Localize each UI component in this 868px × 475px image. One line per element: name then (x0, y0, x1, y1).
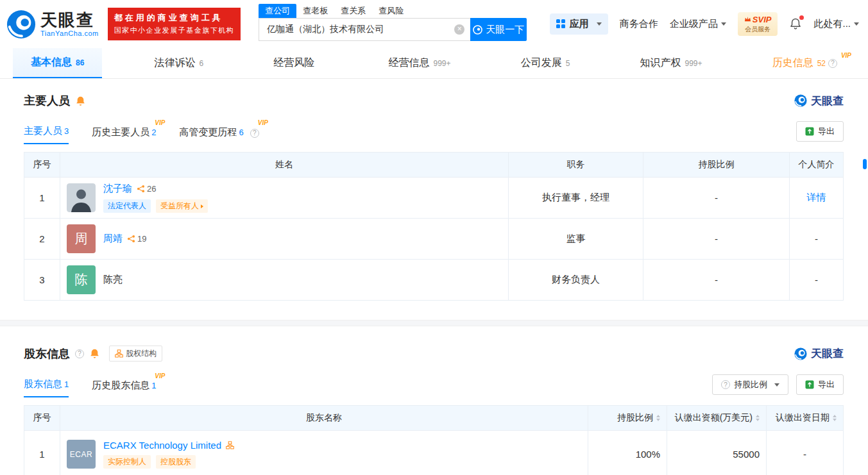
vip-badge: VIP (155, 119, 165, 126)
business-cooperation-link[interactable]: 商务合作 (620, 18, 658, 30)
position-value: 财务负责人 (508, 260, 643, 300)
enterprise-products-menu[interactable]: 企业级产品 (670, 18, 726, 30)
tab-legal-proceedings[interactable]: 法律诉讼6 (137, 48, 222, 78)
tianyancha-eye-icon (6, 10, 36, 39)
chevron-down-icon (774, 383, 779, 387)
date-value: - (766, 431, 843, 475)
tab-basic-info[interactable]: 基本信息86 (13, 48, 102, 78)
notification-bell[interactable] (789, 17, 802, 30)
col-shareholder-name: 股东名称 (60, 406, 588, 430)
tab-company-development[interactable]: 公司发展5 (503, 48, 588, 78)
org-chart-icon[interactable] (226, 441, 234, 449)
relation-count[interactable]: 19 (127, 234, 146, 244)
sort-icon[interactable] (656, 415, 660, 421)
subtab-key-personnel[interactable]: 主要人员3 (24, 125, 69, 144)
person-photo[interactable] (67, 183, 96, 212)
brand-name: 天眼查 (40, 11, 99, 29)
tab-intellectual-property[interactable]: 知识产权999+ (622, 48, 720, 78)
equity-structure-button[interactable]: 股权结构 (109, 346, 162, 362)
company-avatar[interactable]: ECAR (67, 440, 96, 469)
person-name-link[interactable]: 周靖 (103, 233, 123, 245)
subtab-shareholders[interactable]: 股东信息1 (24, 378, 69, 397)
tab-operating-risk[interactable]: 经营风险 (255, 48, 336, 78)
top-header: 天眼查 TianYanCha.com 都在用的商业查询工具 国家中小企业发展子基… (0, 0, 868, 48)
header-nav: 应用 商务合作 企业级产品 SVIP 会员服务 (550, 12, 859, 37)
col-profile: 个人简介 (789, 153, 843, 177)
apps-grid-icon (556, 19, 565, 28)
search-tabs: 查公司 查老板 查关系 查风险 (259, 3, 527, 18)
tianyancha-watermark: 天眼查 (794, 346, 844, 361)
subtab-history-shareholders[interactable]: VIP 历史股东信息1 (92, 379, 156, 397)
org-chart-icon (115, 349, 123, 358)
tab-operating-info[interactable]: 经营信息999+ (370, 48, 468, 78)
person-name-link[interactable]: 沈子瑜 (103, 183, 132, 195)
profile-detail-link[interactable]: 详情 (807, 192, 826, 204)
notification-dot (799, 15, 804, 20)
shareholder-name-link[interactable]: ECARX Technology Limited (103, 440, 221, 451)
promo-line2: 国家中小企业发展子基金旗下机构 (114, 25, 235, 37)
legal-rep-tag[interactable]: 法定代表人 (103, 199, 151, 213)
tab-history-info[interactable]: VIP 历史信息52 (754, 48, 855, 78)
position-value: 监事 (508, 219, 643, 259)
table-header-row: 序号 股东名称 持股比例 认缴出资额(万美元) 认缴出资日期 (24, 406, 843, 430)
ratio-value: 100% (588, 431, 667, 475)
col-name: 姓名 (60, 153, 508, 177)
export-button[interactable]: 导出 (796, 374, 844, 395)
search-tab-relation[interactable]: 查关系 (334, 4, 372, 18)
row-no: 3 (24, 260, 60, 300)
profile-value: - (789, 219, 843, 259)
table-row: 1 沈子瑜 26 (24, 177, 843, 218)
row-no: 2 (24, 219, 60, 259)
company-search-input[interactable] (259, 24, 470, 35)
help-icon[interactable] (828, 59, 837, 68)
network-icon (127, 235, 135, 243)
network-icon (137, 185, 145, 193)
tianyancha-logo[interactable]: 天眼查 TianYanCha.com (6, 10, 99, 39)
more-menu[interactable]: 此处有... (813, 18, 859, 30)
key-personnel-subtabs: 主要人员3 VIP 历史主要人员2 VIP 高管变更历程6 导出 (24, 121, 844, 144)
export-icon (805, 380, 814, 389)
sort-icon[interactable] (756, 415, 760, 421)
ratio-filter-dropdown[interactable]: 持股比例 (712, 374, 788, 395)
avatar[interactable]: 周 (67, 224, 96, 253)
key-personnel-section: 主要人员 天眼查 主要人员3 VIP 历史主要人员2 VIP 高管变更历程6 (0, 93, 868, 301)
promo-banner: 都在用的商业查询工具 国家中小企业发展子基金旗下机构 (108, 8, 241, 40)
svip-membership-button[interactable]: SVIP 会员服务 (738, 12, 778, 37)
subtab-history-personnel[interactable]: VIP 历史主要人员2 (92, 126, 156, 144)
apps-label: 应用 (570, 18, 589, 30)
apps-menu[interactable]: 应用 (550, 13, 608, 35)
help-icon[interactable] (75, 349, 84, 358)
company-profile-tabs: 基本信息86 法律诉讼6 经营风险 经营信息999+ 公司发展5 知识产权999… (0, 48, 868, 79)
tianyancha-eye-icon (794, 347, 807, 360)
section-divider (0, 320, 868, 326)
monitor-bell-icon[interactable] (89, 348, 100, 359)
col-amount: 认缴出资额(万美元) (667, 406, 766, 430)
search-tab-boss[interactable]: 查老板 (296, 4, 334, 18)
search-button[interactable]: 天眼一下 (470, 18, 527, 41)
section-title: 股东信息 (24, 346, 70, 362)
help-icon[interactable] (250, 129, 259, 138)
col-date: 认缴出资日期 (766, 406, 843, 430)
beneficial-owner-tag[interactable]: 受益所有人 (156, 199, 208, 213)
actual-controller-tag[interactable]: 实际控制人 (103, 455, 151, 469)
amount-value: 55000 (667, 431, 766, 475)
vip-badge: VIP (155, 372, 165, 379)
avatar: 陈 (67, 265, 96, 294)
subtab-executive-changes[interactable]: VIP 高管变更历程6 (179, 126, 259, 144)
section-title: 主要人员 (24, 93, 70, 108)
search-tab-company[interactable]: 查公司 (259, 4, 296, 18)
position-value: 执行董事，经理 (508, 178, 643, 218)
table-row: 3 陈 陈亮 财务负责人 - - (24, 259, 843, 300)
search-input-wrap (259, 18, 470, 41)
table-row: 2 周 周靖 19 监事 (24, 218, 843, 259)
controlling-shareholder-tag[interactable]: 控股股东 (156, 455, 196, 469)
promo-line1: 都在用的商业查询工具 (114, 12, 235, 25)
search-tab-risk[interactable]: 查风险 (372, 4, 410, 18)
sort-icon[interactable] (833, 415, 837, 421)
export-button[interactable]: 导出 (796, 121, 844, 142)
relation-count[interactable]: 26 (137, 184, 156, 194)
row-no: 1 (24, 431, 60, 475)
monitor-bell-icon[interactable] (75, 96, 86, 106)
side-scroll-indicator[interactable] (863, 159, 867, 169)
person-name: 陈亮 (103, 274, 123, 286)
